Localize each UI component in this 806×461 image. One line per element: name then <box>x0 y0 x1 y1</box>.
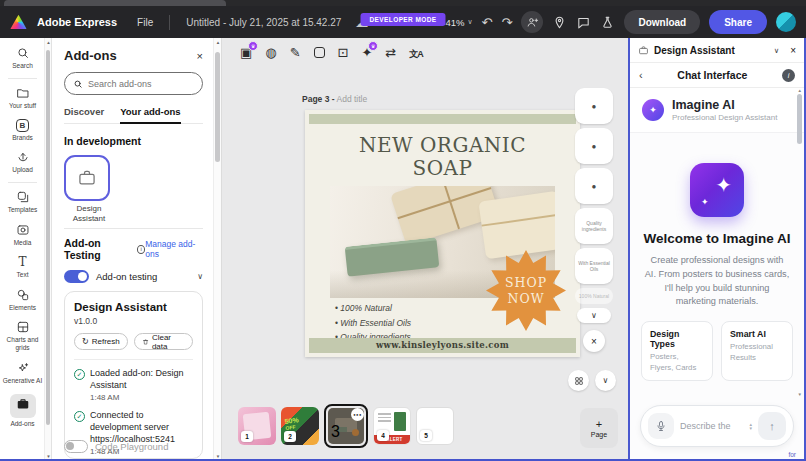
poster-title[interactable]: NEW ORGANIC SOAP <box>305 134 580 180</box>
scroll-up-icon[interactable]: ▲ <box>798 88 802 93</box>
poster-website-band[interactable]: www.kinsleylyons.site.com <box>309 338 576 353</box>
info-icon[interactable]: i <box>137 245 145 254</box>
scrollbar-thumb[interactable] <box>215 52 220 162</box>
user-avatar[interactable] <box>776 12 796 32</box>
thumbnail-menu-button[interactable]: ●●● <box>351 408 364 421</box>
effects-button[interactable]: ✦♛ <box>361 46 372 59</box>
briefcase-addons-icon <box>16 397 30 411</box>
resize-button[interactable]: ⇄ <box>385 46 396 59</box>
invite-collaborator-button[interactable] <box>521 11 543 33</box>
expand-tiles-button[interactable]: ∨ <box>577 308 611 323</box>
page-thumbnail-2[interactable]: 50%OFF 2 <box>281 407 319 445</box>
generate-media-button[interactable]: ▣♛ <box>240 46 252 59</box>
page-thumbnail-3-selected[interactable]: ●●● 3 <box>324 404 368 448</box>
resize-stepper[interactable]: ▴ ▾ <box>749 422 752 431</box>
layer-tile[interactable]: Quality ingredients <box>575 208 613 244</box>
addons-search[interactable] <box>64 72 203 95</box>
chat-input-bar[interactable]: ▴ ▾ ↑ <box>640 405 794 447</box>
sidebar-item-elements[interactable]: Elements <box>0 284 45 317</box>
manage-add-ons-link[interactable]: Manage add-ons <box>145 239 203 259</box>
sidebar-item-templates[interactable]: Templates <box>0 186 45 219</box>
addons-search-input[interactable] <box>88 79 194 89</box>
page-label[interactable]: Page 3 - Add title <box>302 94 367 104</box>
artboard-page-3[interactable]: NEW ORGANIC SOAP SHOP NOW 100% Natural W… <box>305 110 580 357</box>
sparkle-icon: ✦ <box>715 173 732 197</box>
bullet-item[interactable]: With Essential Oils <box>335 316 411 331</box>
close-panel-button[interactable]: × <box>197 50 203 62</box>
footer-link[interactable]: for <box>788 451 796 458</box>
layer-tile[interactable]: With Essential Oils <box>575 248 613 284</box>
tab-your-add-ons[interactable]: Your add-ons <box>120 106 181 117</box>
addon-testing-toggle[interactable] <box>64 270 89 283</box>
remove-background-button[interactable]: ◍ <box>265 46 276 59</box>
sidebar-item-add-ons[interactable]: Add-ons <box>0 390 45 433</box>
redo-button[interactable]: ↷ <box>502 16 513 29</box>
collapse-panel-button[interactable]: ∨ <box>774 46 780 55</box>
grid-view-button[interactable] <box>568 370 589 391</box>
briefcase-icon <box>77 168 97 188</box>
info-badge[interactable]: i <box>782 69 795 82</box>
send-button[interactable]: ↑ <box>758 412 786 440</box>
insert-image-button[interactable]: ⊡ <box>338 46 349 59</box>
clear-data-button[interactable]: Clear data <box>134 333 193 350</box>
zoom-level: 41% <box>445 17 464 28</box>
sidebar-item-media[interactable]: Media <box>0 219 45 252</box>
scroll-up-icon[interactable]: ▲ <box>214 40 222 45</box>
page-thumbnail-1[interactable]: 1 <box>238 407 276 445</box>
draw-button[interactable]: ✎ <box>290 46 301 59</box>
share-button[interactable]: Share <box>709 10 767 34</box>
beaker-icon[interactable] <box>600 15 615 30</box>
sidebar-item-brands[interactable]: B Brands <box>0 115 45 147</box>
panel-divider <box>64 228 203 229</box>
close-assistant-button[interactable]: × <box>790 45 796 56</box>
plus-icon: + <box>596 419 602 430</box>
page-thumbnail-5[interactable]: 5 <box>416 407 454 445</box>
layer-tile[interactable]: ● <box>575 168 613 204</box>
sidebar-item-upload[interactable]: Upload <box>0 146 45 179</box>
tab-discover[interactable]: Discover <box>64 106 104 117</box>
media-icon <box>16 223 30 237</box>
scroll-up-icon[interactable]: ▲ <box>45 40 52 45</box>
scrollbar-thumb[interactable] <box>797 94 802 144</box>
layer-tile[interactable]: ● <box>575 128 613 164</box>
code-playground-toggle[interactable] <box>64 440 88 453</box>
chevron-down-icon[interactable]: ∨ <box>197 272 203 281</box>
page-thumbnail-4[interactable]: E ALERT 4 <box>373 407 411 445</box>
sidebar-item-generative-ai[interactable]: Generative AI <box>0 357 45 390</box>
undo-button[interactable]: ↶ <box>482 16 493 29</box>
sidebar-item-search[interactable]: Search <box>0 42 45 75</box>
layer-tile[interactable]: 100% Natural <box>575 288 613 304</box>
layer-tile[interactable]: ● <box>575 88 613 124</box>
document-title[interactable]: Untitled - July 21, 2025 at 15.42.27 <box>186 17 341 28</box>
sidebar-item-charts-grids[interactable]: Charts and grids <box>0 316 45 357</box>
translate-button[interactable]: 文A <box>409 46 423 59</box>
add-page-button[interactable]: + Page <box>580 408 618 448</box>
location-pin-icon[interactable] <box>552 15 567 30</box>
collapse-pages-button[interactable]: ∨ <box>595 370 616 391</box>
bot-header-row: ✦ Imagine AI Professional Design Assista… <box>630 88 804 133</box>
dot-icon: ● <box>592 102 597 111</box>
feature-card-smart-ai[interactable]: Smart AI Professional Results <box>721 321 793 381</box>
download-button[interactable]: Download <box>624 10 700 34</box>
quick-actions-toolbar: ▣♛ ◍ ✎ ⊡ ✦♛ ⇄ 文A <box>240 46 423 59</box>
rail-scrollbar[interactable]: ▲ ▼ <box>44 38 51 461</box>
microphone-button[interactable] <box>648 413 674 439</box>
close-tiles-button[interactable]: × <box>583 330 605 352</box>
scroll-down-icon[interactable]: ▼ <box>798 392 802 397</box>
comment-icon[interactable] <box>576 15 591 30</box>
poster-top-band[interactable] <box>309 114 576 124</box>
design-assistant-tile[interactable] <box>64 155 110 201</box>
refresh-button[interactable]: ↻ Refresh <box>74 333 128 350</box>
adobe-express-logo[interactable] <box>10 15 27 30</box>
feature-card-design-types[interactable]: Design Types Posters, Flyers, Cards <box>641 321 713 381</box>
chat-message-input[interactable] <box>680 421 743 431</box>
file-menu[interactable]: File <box>137 17 153 28</box>
zoom-control[interactable]: 41% ∨ <box>445 17 472 28</box>
panel-scrollbar[interactable]: ▲ ▼ <box>213 38 221 461</box>
bullet-item[interactable]: 100% Natural <box>335 301 411 316</box>
shape-button[interactable] <box>314 47 325 58</box>
sidebar-item-text[interactable]: T Text <box>0 252 45 284</box>
scrollbar-thumb[interactable] <box>46 50 50 425</box>
dot-icon: ● <box>592 182 597 191</box>
sidebar-item-your-stuff[interactable]: Your stuff <box>0 82 45 115</box>
